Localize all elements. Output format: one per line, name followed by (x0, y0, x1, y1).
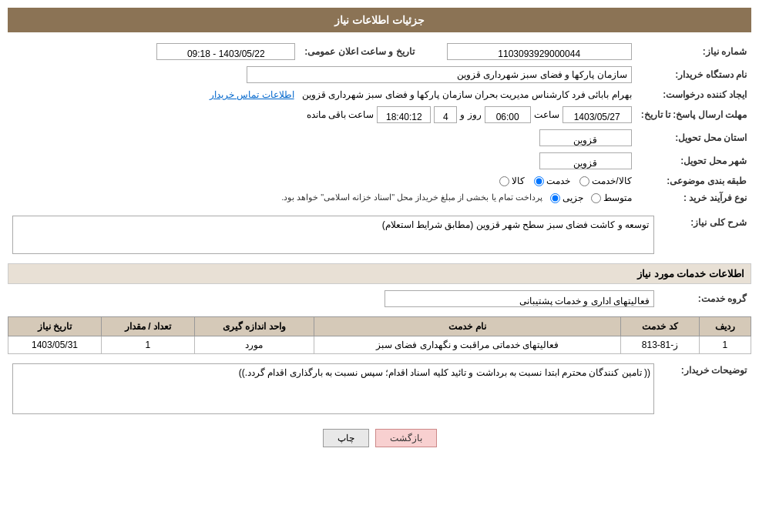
col-header-name: نام خدمت (314, 317, 621, 336)
col-header-date: تاریخ نیاز (8, 317, 102, 336)
purchase-option-jozi: جزیی (563, 192, 583, 203)
row-code: ز-81-813 (621, 336, 699, 354)
table-row: 1 ز-81-813 فعالیتهای خدماتی مراقبت و نگه… (8, 336, 751, 354)
row-service-name: فعالیتهای خدماتی مراقبت و نگهداری فضای س… (314, 336, 621, 354)
province-label: استان محل تحویل: (636, 126, 751, 149)
row-unit: مورد (194, 336, 314, 354)
contact-link[interactable]: اطلاعات تماس خریدار (210, 89, 294, 100)
service-group-value: فعالیتهای اداری و خدمات پشتیبانی (385, 290, 654, 307)
col-header-code: کد خدمت (621, 317, 699, 336)
city-label: شهر محل تحویل: (636, 149, 751, 172)
purchase-option-motavaset: متوسط (603, 192, 632, 203)
category-option-kala-khadamat[interactable]: کالا/خدمت (579, 176, 631, 186)
announce-date-label: تاریخ و ساعت اعلان عمومی: (300, 40, 418, 63)
category-kala-khadamat-label: کالا/خدمت (592, 176, 631, 186)
purchase-radio-jozi[interactable] (550, 193, 560, 203)
category-khadamat-label: خدمت (546, 176, 570, 186)
category-option-kala[interactable]: کالا (499, 176, 525, 186)
service-group-label: گروه خدمت: (659, 287, 751, 310)
category-option-khadamat[interactable]: خدمت (534, 176, 570, 186)
category-kala-label: کالا (512, 176, 525, 186)
category-radio-khadamat[interactable] (534, 176, 544, 186)
purchase-type-label: نوع فرآیند خرید : (636, 189, 751, 206)
announce-date-value: 1403/05/22 - 09:18 (156, 43, 295, 60)
creator-label: ایجاد کننده درخواست: (636, 86, 751, 103)
deadline-date: 1403/05/27 (563, 106, 632, 123)
row-date: 1403/05/31 (8, 336, 102, 354)
description-label: شرح کلی نیاز: (690, 217, 747, 228)
purchase-radio-motavaset[interactable] (591, 193, 601, 203)
col-header-row: ردیف (699, 317, 751, 336)
need-number-value: 1103093929000044 (447, 43, 632, 60)
buyer-description-textarea[interactable]: (( تامین کنندگان محترم ابتدا نسبت به برد… (12, 363, 654, 414)
category-radio-group: کالا/خدمت خدمت کالا (499, 176, 631, 186)
buyer-org-label: نام دستگاه خریدار: (636, 63, 751, 86)
row-number: 1 (699, 336, 751, 354)
purchase-note: پرداخت تمام یا بخشی از مبلغ خریداز محل "… (281, 192, 542, 202)
category-radio-kala[interactable] (499, 176, 509, 186)
deadline-time: 06:00 (485, 106, 531, 123)
buyer-org-input[interactable] (247, 66, 632, 83)
province-value: قزوین (539, 129, 632, 146)
action-buttons: بازگشت چاپ (8, 429, 751, 447)
category-radio-kala-khadamat[interactable] (579, 176, 589, 186)
back-button[interactable]: بازگشت (375, 429, 437, 447)
city-value: قزوین (539, 152, 632, 169)
deadline-time-label: ساعت (534, 109, 559, 120)
category-label: طبقه بندی موضوعی: (636, 172, 751, 189)
deadline-remaining-label: ساعت باقی مانده (307, 109, 374, 120)
services-table: ردیف کد خدمت نام خدمت واحد اندازه گیری ت… (8, 316, 751, 354)
col-header-quantity: تعداد / مقدار (102, 317, 195, 336)
need-number-label: شماره نیاز: (636, 40, 751, 63)
deadline-days: 4 (434, 106, 457, 123)
page-title: جزئیات اطلاعات نیاز (8, 8, 751, 32)
services-section-header: اطلاعات خدمات مورد نیاز (8, 263, 751, 284)
col-header-unit: واحد اندازه گیری (194, 317, 314, 336)
print-button[interactable]: چاپ (323, 429, 369, 447)
deadline-remaining: 18:40:12 (377, 106, 431, 123)
description-value: توسعه و کاشت فضای سبز سطح شهر قزوین (مطا… (12, 216, 654, 254)
row-quantity: 1 (102, 336, 195, 354)
deadline-label: مهلت ارسال پاسخ: تا تاریخ: (636, 103, 751, 126)
buyer-description-label: توضیحات خریدار: (681, 365, 747, 376)
creator-value: بهرام بابائی فرد کارشناس مدیریت بحران سا… (302, 89, 632, 100)
deadline-days-label: روز و (460, 109, 481, 120)
